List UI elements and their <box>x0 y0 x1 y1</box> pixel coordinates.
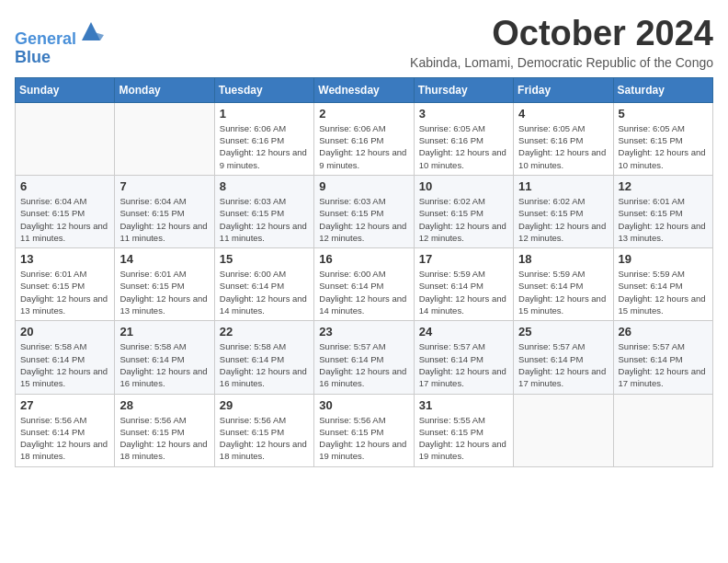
calendar-cell: 21Sunrise: 5:58 AM Sunset: 6:14 PM Dayli… <box>115 321 214 394</box>
day-number: 8 <box>220 179 309 193</box>
logo-general: General <box>15 29 76 48</box>
calendar-cell: 15Sunrise: 6:00 AM Sunset: 6:14 PM Dayli… <box>214 248 313 321</box>
day-number: 18 <box>518 252 608 266</box>
calendar-header-tuesday: Tuesday <box>214 77 313 102</box>
day-info: Sunrise: 6:03 AM Sunset: 6:15 PM Dayligh… <box>319 195 408 244</box>
day-number: 30 <box>319 398 408 412</box>
calendar-cell: 1Sunrise: 6:06 AM Sunset: 6:16 PM Daylig… <box>214 102 313 175</box>
day-info: Sunrise: 5:59 AM Sunset: 6:14 PM Dayligh… <box>619 268 708 316</box>
day-number: 20 <box>20 325 109 339</box>
day-number: 26 <box>619 325 708 339</box>
day-number: 29 <box>220 398 309 412</box>
day-number: 4 <box>518 107 608 121</box>
day-number: 11 <box>518 179 608 193</box>
calendar-cell: 4Sunrise: 6:05 AM Sunset: 6:16 PM Daylig… <box>514 102 613 175</box>
day-number: 28 <box>119 398 209 412</box>
calendar-cell: 19Sunrise: 5:59 AM Sunset: 6:14 PM Dayli… <box>613 248 712 321</box>
calendar-cell: 7Sunrise: 6:04 AM Sunset: 6:15 PM Daylig… <box>115 175 214 247</box>
calendar-cell: 30Sunrise: 5:56 AM Sunset: 6:15 PM Dayli… <box>314 394 414 466</box>
calendar-header-thursday: Thursday <box>414 77 513 102</box>
day-info: Sunrise: 6:04 AM Sunset: 6:15 PM Dayligh… <box>119 195 209 244</box>
day-info: Sunrise: 5:55 AM Sunset: 6:15 PM Dayligh… <box>419 414 508 463</box>
day-info: Sunrise: 5:56 AM Sunset: 6:15 PM Dayligh… <box>220 414 309 463</box>
day-info: Sunrise: 6:06 AM Sunset: 6:16 PM Dayligh… <box>319 122 408 171</box>
day-info: Sunrise: 6:00 AM Sunset: 6:14 PM Dayligh… <box>319 268 408 316</box>
calendar-cell: 17Sunrise: 5:59 AM Sunset: 6:14 PM Dayli… <box>414 248 513 321</box>
calendar-cell: 8Sunrise: 6:03 AM Sunset: 6:15 PM Daylig… <box>214 175 313 247</box>
day-info: Sunrise: 5:58 AM Sunset: 6:14 PM Dayligh… <box>20 340 109 389</box>
day-number: 17 <box>419 252 508 266</box>
calendar-cell: 5Sunrise: 6:05 AM Sunset: 6:15 PM Daylig… <box>613 102 712 175</box>
day-info: Sunrise: 5:56 AM Sunset: 6:15 PM Dayligh… <box>319 414 408 463</box>
day-number: 19 <box>619 252 708 266</box>
page-header: General Blue October 2024 Kabinda, Lomam… <box>15 15 713 70</box>
day-number: 25 <box>518 325 608 339</box>
month-title: October 2024 <box>410 15 713 53</box>
logo: General Blue <box>15 18 104 67</box>
calendar-cell: 11Sunrise: 6:02 AM Sunset: 6:15 PM Dayli… <box>514 175 613 247</box>
day-info: Sunrise: 6:01 AM Sunset: 6:15 PM Dayligh… <box>20 268 109 316</box>
day-number: 12 <box>619 179 708 193</box>
calendar-header-friday: Friday <box>514 77 613 102</box>
day-number: 7 <box>119 179 209 193</box>
calendar-cell: 24Sunrise: 5:57 AM Sunset: 6:14 PM Dayli… <box>414 321 513 394</box>
calendar-cell: 27Sunrise: 5:56 AM Sunset: 6:14 PM Dayli… <box>16 394 115 466</box>
day-info: Sunrise: 6:02 AM Sunset: 6:15 PM Dayligh… <box>419 195 508 244</box>
day-info: Sunrise: 5:59 AM Sunset: 6:14 PM Dayligh… <box>518 268 608 316</box>
calendar-cell: 16Sunrise: 6:00 AM Sunset: 6:14 PM Dayli… <box>314 248 414 321</box>
day-info: Sunrise: 5:56 AM Sunset: 6:15 PM Dayligh… <box>119 414 209 463</box>
day-info: Sunrise: 6:01 AM Sunset: 6:15 PM Dayligh… <box>619 195 708 244</box>
calendar-cell: 26Sunrise: 5:57 AM Sunset: 6:14 PM Dayli… <box>613 321 712 394</box>
day-info: Sunrise: 6:01 AM Sunset: 6:15 PM Dayligh… <box>119 268 209 316</box>
calendar-cell: 10Sunrise: 6:02 AM Sunset: 6:15 PM Dayli… <box>414 175 513 247</box>
day-number: 13 <box>20 252 109 266</box>
calendar-cell: 28Sunrise: 5:56 AM Sunset: 6:15 PM Dayli… <box>115 394 214 466</box>
day-number: 31 <box>419 398 508 412</box>
day-number: 21 <box>119 325 209 339</box>
day-info: Sunrise: 5:57 AM Sunset: 6:14 PM Dayligh… <box>518 340 608 389</box>
calendar-week-4: 20Sunrise: 5:58 AM Sunset: 6:14 PM Dayli… <box>16 321 713 394</box>
day-info: Sunrise: 6:05 AM Sunset: 6:16 PM Dayligh… <box>518 122 608 171</box>
calendar-cell <box>115 102 214 175</box>
calendar-cell: 25Sunrise: 5:57 AM Sunset: 6:14 PM Dayli… <box>514 321 613 394</box>
day-number: 2 <box>319 107 408 121</box>
calendar-cell: 12Sunrise: 6:01 AM Sunset: 6:15 PM Dayli… <box>613 175 712 247</box>
day-info: Sunrise: 5:58 AM Sunset: 6:14 PM Dayligh… <box>119 340 209 389</box>
calendar-cell: 9Sunrise: 6:03 AM Sunset: 6:15 PM Daylig… <box>314 175 414 247</box>
calendar-cell: 23Sunrise: 5:57 AM Sunset: 6:14 PM Dayli… <box>314 321 414 394</box>
day-info: Sunrise: 5:56 AM Sunset: 6:14 PM Dayligh… <box>20 414 109 463</box>
day-info: Sunrise: 5:58 AM Sunset: 6:14 PM Dayligh… <box>220 340 309 389</box>
title-section: October 2024 Kabinda, Lomami, Democratic… <box>410 15 713 70</box>
day-info: Sunrise: 6:04 AM Sunset: 6:15 PM Dayligh… <box>20 195 109 244</box>
calendar-cell <box>16 102 115 175</box>
calendar-header-saturday: Saturday <box>613 77 712 102</box>
day-number: 6 <box>20 179 109 193</box>
day-number: 3 <box>419 107 508 121</box>
calendar-header-wednesday: Wednesday <box>314 77 414 102</box>
calendar-header-monday: Monday <box>115 77 214 102</box>
calendar-cell: 31Sunrise: 5:55 AM Sunset: 6:15 PM Dayli… <box>414 394 513 466</box>
day-info: Sunrise: 5:57 AM Sunset: 6:14 PM Dayligh… <box>319 340 408 389</box>
calendar-cell <box>613 394 712 466</box>
day-info: Sunrise: 6:00 AM Sunset: 6:14 PM Dayligh… <box>220 268 309 316</box>
day-number: 24 <box>419 325 508 339</box>
calendar-header-row: SundayMondayTuesdayWednesdayThursdayFrid… <box>16 77 713 102</box>
calendar-header-sunday: Sunday <box>16 77 115 102</box>
calendar-cell: 14Sunrise: 6:01 AM Sunset: 6:15 PM Dayli… <box>115 248 214 321</box>
logo-icon <box>78 18 104 44</box>
day-info: Sunrise: 6:06 AM Sunset: 6:16 PM Dayligh… <box>220 122 309 171</box>
calendar-week-1: 1Sunrise: 6:06 AM Sunset: 6:16 PM Daylig… <box>16 102 713 175</box>
day-info: Sunrise: 5:57 AM Sunset: 6:14 PM Dayligh… <box>419 340 508 389</box>
day-info: Sunrise: 6:02 AM Sunset: 6:15 PM Dayligh… <box>518 195 608 244</box>
calendar-cell: 2Sunrise: 6:06 AM Sunset: 6:16 PM Daylig… <box>314 102 414 175</box>
day-info: Sunrise: 5:59 AM Sunset: 6:14 PM Dayligh… <box>419 268 508 316</box>
subtitle: Kabinda, Lomami, Democratic Republic of … <box>410 55 713 70</box>
day-number: 27 <box>20 398 109 412</box>
day-info: Sunrise: 6:05 AM Sunset: 6:15 PM Dayligh… <box>619 122 708 171</box>
day-number: 10 <box>419 179 508 193</box>
day-number: 16 <box>319 252 408 266</box>
calendar-week-5: 27Sunrise: 5:56 AM Sunset: 6:14 PM Dayli… <box>16 394 713 466</box>
day-number: 1 <box>220 107 309 121</box>
calendar-week-2: 6Sunrise: 6:04 AM Sunset: 6:15 PM Daylig… <box>16 175 713 247</box>
day-number: 23 <box>319 325 408 339</box>
